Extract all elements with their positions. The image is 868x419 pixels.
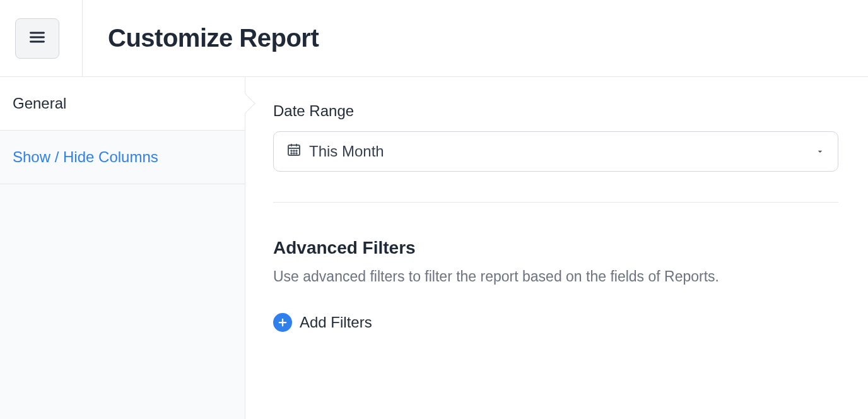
- sidebar-item-show-hide-columns[interactable]: Show / Hide Columns: [0, 131, 245, 184]
- add-filters-label: Add Filters: [300, 314, 372, 331]
- date-range-select[interactable]: This Month: [273, 131, 838, 172]
- sidebar: General Show / Hide Columns: [0, 77, 245, 419]
- body: General Show / Hide Columns Date Range: [0, 77, 868, 419]
- hamburger-icon: [28, 28, 46, 48]
- add-filters-button[interactable]: Add Filters: [273, 313, 372, 332]
- date-range-value: This Month: [309, 143, 384, 160]
- sidebar-item-label: General: [13, 95, 66, 112]
- advanced-filters-description: Use advanced filters to filter the repor…: [273, 268, 838, 285]
- sidebar-item-general[interactable]: General: [0, 77, 245, 131]
- svg-point-10: [291, 153, 292, 154]
- svg-point-8: [293, 150, 295, 151]
- page-title: Customize Report: [108, 24, 319, 52]
- advanced-filters-heading: Advanced Filters: [273, 238, 840, 258]
- sidebar-item-label: Show / Hide Columns: [13, 148, 158, 165]
- main-content: Date Range: [245, 77, 868, 419]
- svg-point-9: [296, 150, 297, 151]
- svg-point-7: [291, 150, 292, 151]
- calendar-icon: [286, 142, 302, 161]
- date-range-label: Date Range: [273, 102, 840, 120]
- header: Customize Report: [0, 0, 868, 77]
- header-divider: [82, 0, 83, 77]
- section-divider: [273, 202, 838, 203]
- svg-point-12: [296, 153, 297, 154]
- svg-point-11: [293, 153, 295, 154]
- menu-button[interactable]: [15, 18, 59, 59]
- plus-circle-icon: [273, 313, 292, 332]
- chevron-down-icon: [815, 143, 825, 160]
